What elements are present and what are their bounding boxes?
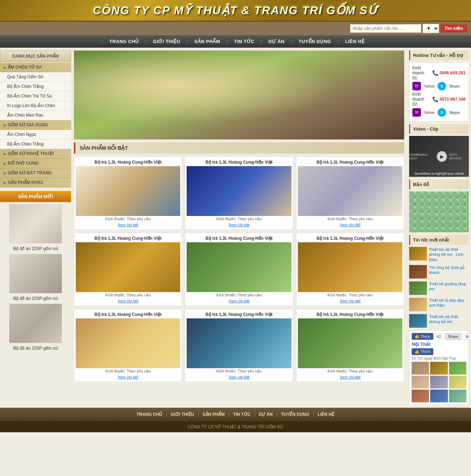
product-card-0[interactable]: Bộ trà 1,3L Hoàng Cung-Hồn Việt Kích thư… (74, 157, 182, 230)
sidebar-product-img-3[interactable] (9, 304, 62, 343)
product-card-1[interactable]: Bộ trà 1,3L Hoàng Cung-Hồn Việt Kích thư… (185, 157, 293, 230)
avatar-2 (430, 362, 448, 375)
news-item-4[interactable]: Thiết kế nội thất phòng trẻ em (409, 314, 469, 328)
sidebar-item-am-chen-tra[interactable]: Bộ Ấm Chén Trà Tử Sa (0, 91, 71, 101)
video-box[interactable]: COMBINING AEST ▶ WITH DESIGN Sensibiliti… (409, 136, 469, 177)
avatar-3 (449, 362, 466, 375)
sidebar-item-bat-trang[interactable]: ▶ GỐM SỨ BÁT TRÀNG (0, 168, 71, 178)
nav-item-products[interactable]: SẢN PHẨM (189, 35, 226, 48)
sidebar-item-label: ĐỒ THỜ CÚNG (8, 161, 39, 166)
avatar-4 (412, 376, 429, 388)
news-text-4[interactable]: Thiết kế nội thất phòng trẻ em (429, 314, 469, 324)
sidebar-product-img-2[interactable] (9, 254, 62, 293)
nav-item-contact[interactable]: LIÊN HỆ (339, 35, 370, 48)
product-link-0[interactable]: Xem chi tiết (76, 222, 180, 228)
product-link-7[interactable]: Xem chi tiết (187, 374, 291, 380)
map-title: Bản đồ (409, 180, 469, 189)
product-link-5[interactable]: Xem chi tiết (298, 298, 402, 304)
product-card-5[interactable]: Bộ trà 1,3L Hoàng Cung-Hồn Việt Kích thư… (296, 233, 404, 306)
nav-item-news[interactable]: TIN TỨC (229, 35, 260, 48)
nav-item-projects[interactable]: DỰ ÁN (263, 35, 290, 48)
news-thumb-2 (409, 281, 427, 295)
avatar-7 (412, 390, 429, 402)
product-card-4[interactable]: Bộ trà 1,3L Hoàng Cung-Hồn Việt Kích thư… (185, 233, 293, 306)
footer-sep-5: | (276, 412, 277, 417)
social-box: 👍 Thích 62 Share 16 Nội Thất 👍 Thích 14.… (409, 330, 469, 405)
nav-item-about[interactable]: GIỚI THIỆU (148, 35, 186, 48)
news-item-1[interactable]: Thi công bộ Sofa gỗ khách (409, 265, 469, 279)
footer-nav-about[interactable]: GIỚI THIỆU (171, 412, 194, 417)
product-link-1[interactable]: Xem chi tiết (187, 222, 291, 228)
sidebar-item-am-chen[interactable]: ▶ ẤM CHÉN TỬ SA (0, 63, 71, 72)
footer-sep-2: | (198, 412, 199, 417)
share-button[interactable]: Share (445, 333, 461, 340)
product-link-2[interactable]: Xem chi tiết (298, 222, 402, 228)
sidebar-product-img-1[interactable] (9, 204, 62, 243)
hotline-box: Kinh doanh 01: 📞 0946.669.281 Y! Yahoo S… (409, 62, 469, 121)
sidebar-item-nghe-thuat[interactable]: ▶ GỐM SỨ NGHỆ THUẬT (0, 149, 71, 159)
news-item-2[interactable]: Thiết kế giường tầng em (409, 281, 469, 295)
product-title-8: Bộ trà 1,3L Hoàng Cung-Hồn Việt (298, 311, 402, 318)
product-card-8[interactable]: Bộ trà 1,3L Hoàng Cung-Hồn Việt Kích thư… (296, 309, 404, 382)
product-card-2[interactable]: Bộ trà 1,3L Hoàng Cung-Hồn Việt Kích thư… (296, 157, 404, 230)
sidebar-item-in-logo[interactable]: In Logo Lên Bộ Ấm Chén (0, 101, 71, 111)
product-card-7[interactable]: Bộ trà 1,3L Hoàng Cung-Hồn Việt Kích thư… (185, 309, 293, 382)
sidebar-item-do-tho[interactable]: ▶ ĐỒ THỜ CÚNG (0, 159, 71, 168)
product-card-6[interactable]: Bộ trà 1,3L Hoàng Cung-Hồn Việt Kích thư… (74, 309, 182, 382)
sidebar-item-khac[interactable]: ▶ SẢN PHẨM KHÁC (0, 178, 71, 187)
fb-like-button-2[interactable]: 👍 Thích (412, 348, 433, 355)
sidebar-item-qua-tang[interactable]: Quà Tặng Gốm Sứ (0, 72, 71, 82)
footer-sep-4: | (254, 412, 255, 417)
hotline-title: Hotline Tư vấn - Hỗ trợ (409, 51, 469, 60)
footer-nav-recruitment[interactable]: TUYỂN DỤNG (281, 412, 309, 417)
news-text-0[interactable]: Thiết kế nội thất phòng trẻ em - Linh Đà… (429, 247, 469, 262)
sidebar-item-gia-dung[interactable]: ▶ GỐM SỨ GIA DỤNG (0, 120, 71, 130)
sidebar-product-label-1: Bộ đồ ăn 22SP gốm sứ (0, 245, 71, 253)
footer-nav-projects[interactable]: DỰ ÁN (259, 412, 273, 417)
footer-nav-news[interactable]: TIN TỨC (233, 412, 251, 417)
sidebar-item-am-chen-trang[interactable]: Bộ Ấm Chén Trắng (0, 82, 71, 91)
product-size-7: Kích thước: Theo yêu cầu (187, 368, 291, 374)
product-title-3: Bộ trà 1,3L Hoàng Cung-Hồn Việt (76, 234, 180, 242)
sidebar-item-label: GỐM SỨ NGHỆ THUẬT (8, 151, 54, 156)
video-title: Video - Clip (409, 124, 469, 134)
map-box[interactable] (409, 191, 469, 232)
news-item-0[interactable]: Thiết kế nội thất phòng trẻ em - Linh Đà… (409, 247, 469, 262)
product-link-6[interactable]: Xem chi tiết (76, 374, 180, 380)
fb-like-button[interactable]: 👍 Thích (412, 333, 433, 340)
main-nav: :: TRANG CHỦ :: GIỚI THIỆU :: SẢN PHẨM :… (0, 35, 471, 48)
search-input[interactable] (350, 24, 421, 33)
left-sidebar: DANH MỤC SẢN PHẨM ▶ ẤM CHÉN TỬ SA Quà Tặ… (0, 48, 71, 408)
sidebar-item-label: Bộ Ấm Chén Trắng (7, 142, 44, 147)
footer-nav-products[interactable]: SẢN PHẨM (203, 412, 225, 417)
footer-nav-contact[interactable]: LIÊN HỆ (318, 412, 334, 417)
search-select[interactable]: ▼ (423, 24, 439, 33)
product-size-8: Kích thước: Theo yêu cầu (298, 368, 402, 374)
product-link-3[interactable]: Xem chi tiết (76, 298, 180, 304)
nav-item-home[interactable]: TRANG CHỦ (104, 35, 145, 48)
footer: TRANG CHỦ | GIỚI THIỆU | SẢN PHẨM | TIN … (0, 408, 471, 432)
nav-sep-3: :: (226, 39, 229, 44)
product-img-1 (187, 166, 291, 216)
news-text-1[interactable]: Thi công bộ Sofa gỗ khách (429, 265, 469, 275)
play-button[interactable]: ▶ (437, 151, 447, 162)
nav-item-recruitment[interactable]: TUYỂN DỤNG (293, 35, 337, 48)
sidebar-item-label: ẤM CHÉN TỬ SA (8, 65, 42, 70)
sidebar-item-am-trang[interactable]: Bộ Ấm Chén Trắng (0, 139, 71, 149)
search-button[interactable]: Tìm kiếm (440, 25, 467, 32)
product-link-4[interactable]: Xem chi tiết (187, 298, 291, 304)
footer-nav-home[interactable]: TRANG CHỦ (137, 412, 162, 417)
news-text-3[interactable]: Thiết kế tủ bếp đẹp anh Kiện (429, 298, 469, 308)
kd1-number: 0946.669.281 (440, 70, 466, 75)
sidebar-item-am-ngoc[interactable]: Ấm Chén Ngọc (0, 130, 71, 139)
arrow-icon: ▶ (4, 65, 6, 69)
sidebar-product-label-3: Bộ đồ ăn 22SP gốm sứ (0, 344, 71, 352)
avatar-8 (430, 390, 448, 402)
product-link-8[interactable]: Xem chi tiết (298, 374, 402, 380)
sidebar-item-men-ran[interactable]: Ấm Chén Men Ran (0, 111, 71, 120)
fb-like-row: 👍 Thích 62 Share 16 (412, 333, 466, 340)
like-label-2: Thích (421, 349, 430, 354)
news-item-3[interactable]: Thiết kế tủ bếp đẹp anh Kiện (409, 298, 469, 311)
product-card-3[interactable]: Bộ trà 1,3L Hoàng Cung-Hồn Việt Kích thư… (74, 233, 182, 306)
news-text-2[interactable]: Thiết kế giường tầng em (429, 281, 469, 292)
